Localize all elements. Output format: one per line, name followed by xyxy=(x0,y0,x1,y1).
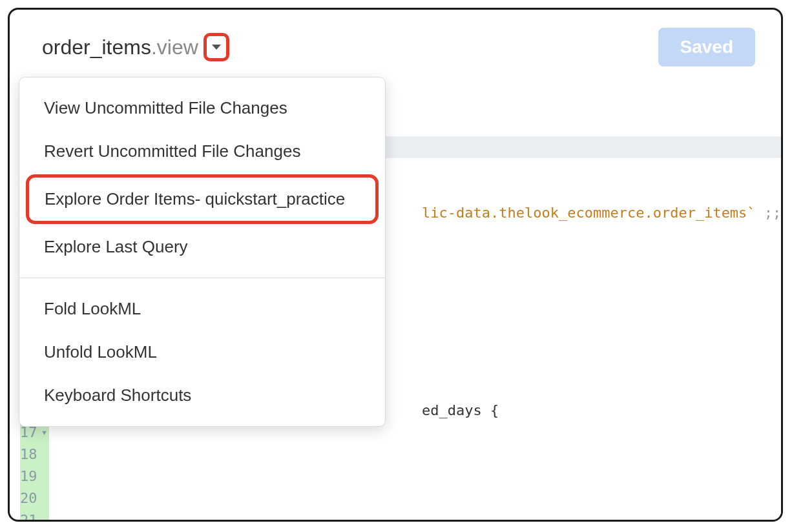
header-bar: order_items.view Saved xyxy=(10,10,781,85)
dropdown-group: View Uncommitted File Changes Revert Unc… xyxy=(19,77,385,278)
file-actions-dropdown: View Uncommitted File Changes Revert Unc… xyxy=(19,77,386,427)
gutter-line-number: 18 xyxy=(20,444,37,466)
caret-down-icon xyxy=(211,43,222,51)
code-string: lic-data.thelook_ecommerce.order_items` xyxy=(422,205,756,221)
menu-unfold-lookml[interactable]: Unfold LookML xyxy=(19,331,385,374)
menu-fold-lookml[interactable]: Fold LookML xyxy=(19,287,385,331)
menu-view-uncommitted[interactable]: View Uncommitted File Changes xyxy=(19,87,385,130)
gutter-line-number: 21 xyxy=(20,509,37,522)
menu-keyboard-shortcuts[interactable]: Keyboard Shortcuts xyxy=(19,374,385,417)
file-title-wrap: order_items.view xyxy=(42,33,229,61)
saved-button: Saved xyxy=(658,28,756,66)
file-base: order_items xyxy=(42,36,151,59)
ide-window: order_items.view Saved xyxy=(8,8,783,522)
menu-explore-last-query[interactable]: Explore Last Query xyxy=(19,225,385,269)
saved-button-label: Saved xyxy=(680,37,734,57)
menu-explore-order-items[interactable]: Explore Order Items- quickstart_practice xyxy=(26,174,379,224)
file-menu-caret-button[interactable] xyxy=(203,33,229,61)
gutter-line-number: 20 xyxy=(20,487,37,509)
file-title: order_items.view xyxy=(42,36,198,59)
code-punct: ;; xyxy=(756,205,782,221)
gutter-line-number: 19 xyxy=(20,466,37,487)
menu-revert-uncommitted[interactable]: Revert Uncommitted File Changes xyxy=(19,130,385,173)
code-line xyxy=(54,466,782,487)
code-text: ed_days { xyxy=(422,402,499,418)
dropdown-group: Fold LookML Unfold LookML Keyboard Short… xyxy=(19,278,385,426)
file-ext: .view xyxy=(151,36,198,59)
